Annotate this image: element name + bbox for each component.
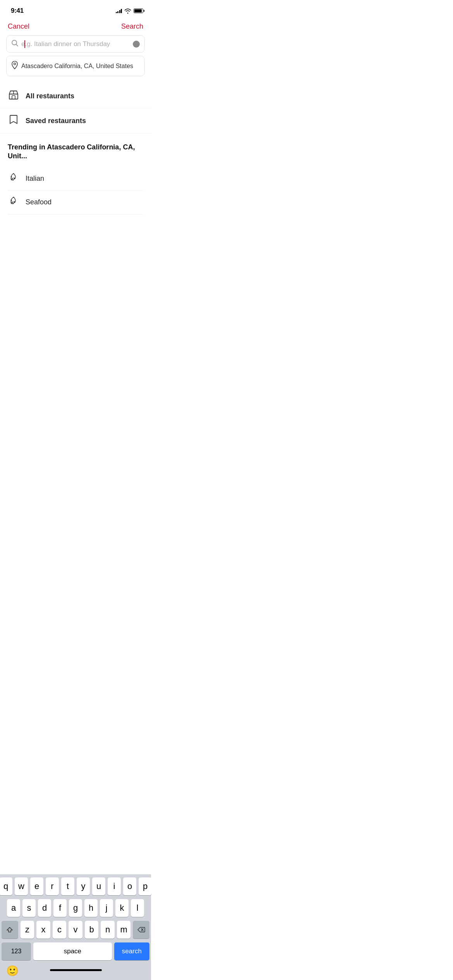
location-text: Atascadero California, CA, United States — [21, 63, 133, 70]
trending-section: Trending in Atascadero California, CA, U… — [0, 134, 151, 219]
bookmark-icon — [8, 115, 19, 127]
svg-rect-3 — [9, 94, 18, 99]
all-restaurants-label: All restaurants — [26, 92, 74, 100]
status-time: 9:41 — [11, 7, 24, 15]
svg-line-1 — [16, 45, 18, 46]
trending-italian[interactable]: Italian — [8, 167, 143, 191]
trending-italian-label: Italian — [26, 175, 44, 183]
search-input[interactable] — [21, 40, 130, 48]
saved-restaurants-label: Saved restaurants — [26, 117, 86, 125]
signal-icon — [116, 9, 122, 13]
cancel-button[interactable]: Cancel — [8, 22, 29, 31]
wifi-icon — [124, 9, 131, 14]
menu-items-list: All restaurants Saved restaurants — [0, 84, 151, 134]
fire-icon-seafood — [8, 196, 19, 209]
fire-icon-italian — [8, 173, 19, 185]
status-icons — [116, 9, 144, 14]
search-icon — [11, 39, 18, 48]
all-restaurants-item[interactable]: All restaurants — [0, 84, 151, 108]
status-bar: 9:41 — [0, 0, 151, 19]
trending-seafood-label: Seafood — [26, 198, 51, 206]
svg-rect-4 — [12, 96, 15, 99]
location-input-container[interactable]: Atascadero California, CA, United States — [6, 56, 145, 76]
store-icon — [8, 90, 19, 102]
trending-seafood[interactable]: Seafood — [8, 191, 143, 214]
saved-restaurants-item[interactable]: Saved restaurants — [0, 108, 151, 134]
text-cursor — [24, 40, 25, 48]
top-nav: Cancel Search — [0, 19, 151, 35]
location-icon — [11, 61, 18, 71]
svg-point-2 — [14, 63, 16, 65]
trending-title: Trending in Atascadero California, CA, U… — [8, 143, 143, 161]
search-dot-indicator — [133, 41, 140, 48]
search-button[interactable]: Search — [121, 22, 143, 31]
search-input-container[interactable] — [6, 35, 145, 53]
battery-icon — [134, 9, 143, 13]
